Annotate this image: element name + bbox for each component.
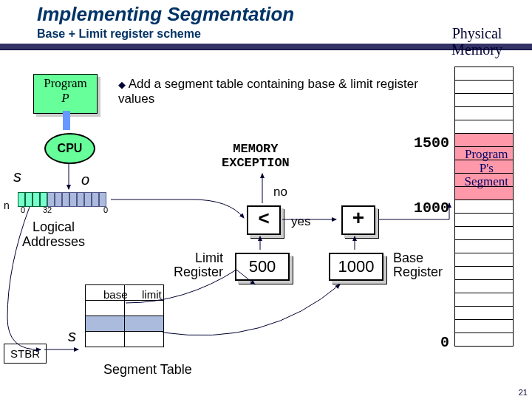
- memory-exception-label: MEMORY EXCEPTION: [222, 142, 290, 170]
- physical-memory-label: Physical Memory: [451, 25, 502, 58]
- addr-1000: 1000: [414, 200, 449, 216]
- bit-array: [18, 192, 106, 207]
- program-box: ProgramP: [33, 74, 98, 114]
- segment-label: Program P's Segment: [465, 148, 509, 189]
- limit-register-label: Limit Register: [174, 251, 223, 279]
- compare-box: <: [247, 205, 281, 235]
- bullet-text: Add a segment table containing base & li…: [118, 77, 429, 106]
- bit-num-32: 32: [43, 205, 52, 214]
- no-label: no: [273, 185, 287, 200]
- page-number: 21: [519, 388, 528, 397]
- bit-num-right: 0: [103, 205, 108, 214]
- yes-label: yes: [291, 214, 310, 229]
- limit-register-box: 500: [235, 253, 290, 281]
- addr-0: 0: [440, 334, 449, 351]
- n-label: n: [4, 200, 10, 211]
- bit-num-0: 0: [21, 205, 25, 214]
- base-register-box: 1000: [329, 253, 383, 281]
- page-title: Implementing Segmentation: [0, 0, 532, 27]
- addr-1500: 1500: [414, 134, 449, 151]
- add-box: +: [341, 205, 375, 235]
- stbr-box: STBR: [4, 344, 47, 364]
- physical-memory-diagram: [454, 66, 514, 347]
- cpu-node: CPU: [44, 133, 95, 164]
- base-register-label: Base Register: [393, 251, 443, 279]
- row-s-label: s: [68, 327, 76, 346]
- o-label: o: [81, 171, 89, 188]
- s-label: s: [13, 167, 21, 186]
- segment-table: [85, 284, 164, 347]
- segment-table-label: Segment Table: [103, 362, 192, 378]
- logical-addresses-label: Logical Addresses: [22, 220, 85, 250]
